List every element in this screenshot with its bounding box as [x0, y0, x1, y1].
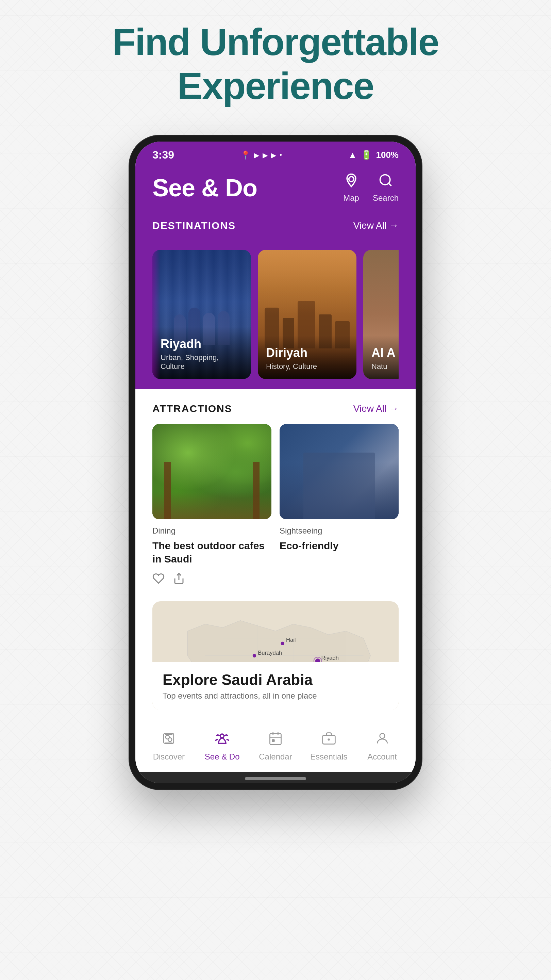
destinations-view-all[interactable]: View All → — [353, 220, 399, 231]
destinations-row: Riyadh Urban, Shopping, Culture — [152, 250, 399, 389]
attractions-section-header: ATTRACTIONS View All → — [135, 403, 416, 414]
attractions-row: Dining The best outdoor cafes in Saudi — [135, 424, 416, 588]
svg-point-8 — [281, 641, 284, 645]
location-status-icon: 📍 — [240, 150, 251, 160]
eco-image-bg — [279, 424, 399, 519]
share-button[interactable] — [173, 572, 185, 588]
cafes-title: The best outdoor cafes in Saudi — [152, 539, 272, 566]
nav-account[interactable]: Account — [360, 731, 404, 762]
home-indicator — [135, 772, 416, 783]
nav-discover[interactable]: Discover — [147, 731, 191, 762]
status-icons-right: ▲ 🔋 100% — [348, 150, 399, 160]
map-card[interactable]: Hail Buraydah Riyadh Explore Saudi Arabi… — [152, 601, 399, 710]
destination-card-diriyah[interactable]: Diriyah History, Culture — [258, 250, 356, 379]
al-overlay: Al A Natu — [363, 336, 399, 379]
map-subtitle: Top events and attractions, all in one p… — [163, 691, 388, 701]
essentials-icon — [321, 731, 337, 749]
svg-text:Buraydah: Buraydah — [258, 649, 282, 656]
header-actions: Map Search — [343, 173, 399, 203]
map-button[interactable]: Map — [343, 173, 359, 203]
status-time: 3:39 — [152, 149, 174, 161]
eco-title: Eco-friendly — [279, 539, 399, 552]
see-do-label: See & Do — [205, 752, 240, 762]
al-tags: Natu — [372, 362, 396, 371]
map-title: Explore Saudi Arabia — [163, 671, 388, 688]
map-icon — [344, 173, 359, 191]
svg-point-1 — [380, 175, 390, 185]
header-top: See & Do Map — [152, 173, 399, 203]
battery-level: 100% — [376, 150, 399, 160]
svg-point-0 — [349, 177, 354, 182]
wifi-icon: ▲ — [348, 150, 357, 160]
notif-dot-icon: • — [279, 151, 282, 159]
notif-icon-2: ▶ — [263, 151, 268, 159]
status-bar: 3:39 📍 ▶ ▶ ▶ • ▲ 🔋 100% — [135, 142, 416, 166]
search-icon — [378, 173, 393, 191]
cafes-actions — [152, 572, 272, 588]
svg-rect-19 — [270, 733, 281, 745]
cafes-category: Dining — [152, 526, 272, 536]
attraction-card-cafes[interactable]: Dining The best outdoor cafes in Saudi — [152, 424, 272, 588]
destinations-header: DESTINATIONS View All → — [135, 216, 416, 250]
attractions-section: ATTRACTIONS View All → — [135, 389, 416, 601]
nav-calendar[interactable]: Calendar — [253, 731, 298, 762]
al-name: Al A — [372, 346, 396, 360]
svg-text:Hail: Hail — [286, 636, 295, 643]
phone-shell: 3:39 📍 ▶ ▶ ▶ • ▲ 🔋 100% — [129, 135, 422, 789]
cafes-image-bg — [152, 424, 272, 519]
svg-text:Riyadh: Riyadh — [321, 655, 338, 661]
essentials-label: Essentials — [310, 752, 347, 762]
hero-title: Find Unforgettable Experience — [112, 21, 438, 108]
search-button[interactable]: Search — [373, 173, 399, 203]
nav-see-do[interactable]: See & Do — [200, 731, 244, 762]
diriyah-tags: History, Culture — [266, 362, 348, 371]
svg-rect-23 — [272, 740, 275, 741]
attractions-view-all[interactable]: View All → — [353, 403, 399, 414]
attraction-card-eco[interactable]: Sightseeing Eco-friendly — [279, 424, 399, 588]
like-button[interactable] — [152, 572, 165, 588]
phone-screen: 3:39 📍 ▶ ▶ ▶ • ▲ 🔋 100% — [135, 142, 416, 783]
account-icon — [375, 731, 390, 749]
diriyah-name: Diriyah — [266, 346, 348, 360]
riyadh-tags: Urban, Shopping, Culture — [160, 353, 243, 371]
map-overlay: Explore Saudi Arabia Top events and attr… — [152, 662, 399, 710]
cafes-image — [152, 424, 272, 519]
search-label: Search — [373, 193, 399, 203]
calendar-icon — [268, 731, 283, 749]
riyadh-name: Riyadh — [160, 337, 243, 351]
bottom-nav: Discover See & Do — [135, 724, 416, 772]
nav-essentials[interactable]: Essentials — [307, 731, 351, 762]
app-header: See & Do Map — [135, 166, 416, 216]
discover-label: Discover — [153, 752, 185, 762]
eco-image — [279, 424, 399, 519]
discover-icon — [161, 731, 176, 749]
phone-device: 3:39 📍 ▶ ▶ ▶ • ▲ 🔋 100% — [129, 135, 422, 789]
riyadh-overlay: Riyadh Urban, Shopping, Culture — [152, 327, 251, 379]
notif-icon-3: ▶ — [271, 151, 276, 159]
see-do-icon — [214, 731, 230, 749]
destinations-cards: Riyadh Urban, Shopping, Culture — [135, 250, 416, 389]
map-section: Hail Buraydah Riyadh Explore Saudi Arabi… — [135, 601, 416, 724]
notif-icon-1: ▶ — [254, 151, 259, 159]
svg-point-27 — [380, 733, 385, 738]
app-title: See & Do — [152, 174, 257, 202]
destinations-section-header: DESTINATIONS View All → — [152, 220, 399, 231]
home-bar — [245, 777, 306, 780]
calendar-label: Calendar — [259, 752, 292, 762]
destinations-title: DESTINATIONS — [152, 220, 236, 231]
attractions-title: ATTRACTIONS — [152, 403, 232, 414]
eco-category: Sightseeing — [279, 526, 399, 536]
battery-icon: 🔋 — [361, 150, 372, 160]
destination-card-riyadh[interactable]: Riyadh Urban, Shopping, Culture — [152, 250, 251, 379]
diriyah-overlay: Diriyah History, Culture — [258, 336, 356, 379]
svg-point-16 — [168, 738, 172, 741]
account-label: Account — [367, 752, 397, 762]
notification-icons: 📍 ▶ ▶ ▶ • — [240, 150, 282, 160]
map-label: Map — [343, 193, 359, 203]
svg-point-10 — [253, 654, 256, 657]
destination-card-al[interactable]: Al A Natu — [363, 250, 399, 379]
